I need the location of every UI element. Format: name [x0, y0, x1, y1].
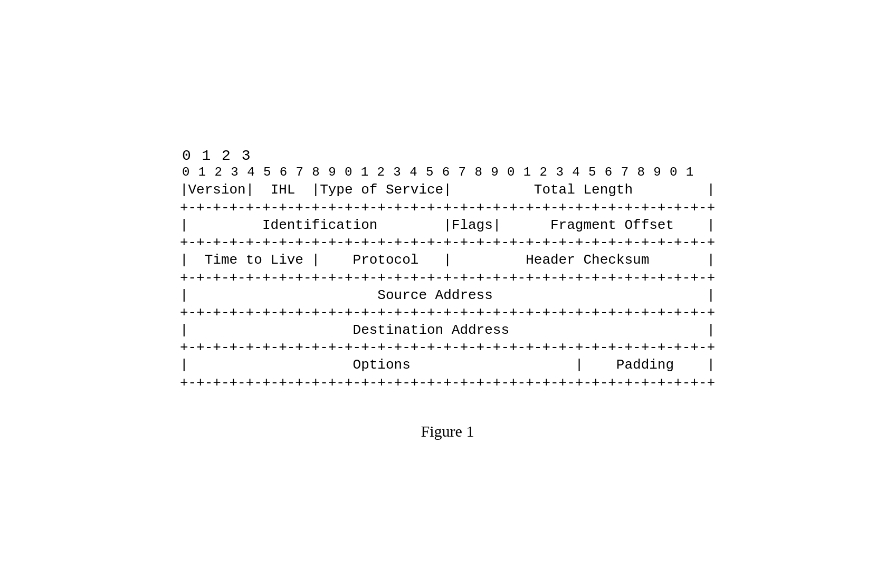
separator-line: +-+-+-+-+-+-+-+-+-+-+-+-+-+-+-+-+-+-+-+-… [180, 200, 715, 216]
field-row: | Destination Address | [180, 321, 715, 340]
figure-caption: Figure 1 [421, 422, 474, 440]
separator-line: +-+-+-+-+-+-+-+-+-+-+-+-+-+-+-+-+-+-+-+-… [180, 270, 715, 286]
separator-line: +-+-+-+-+-+-+-+-+-+-+-+-+-+-+-+-+-+-+-+-… [180, 235, 715, 250]
field-row: | Options | Padding | [180, 355, 715, 374]
separator-line: +-+-+-+-+-+-+-+-+-+-+-+-+-+-+-+-+-+-+-+-… [180, 305, 715, 321]
bit-group-labels: 0 1 2 3 [182, 148, 694, 164]
bit-header: 0 1 2 3 0 1 2 3 4 5 6 7 8 9 0 1 2 3 4 5 … [180, 148, 694, 179]
diagram-content: 0 1 2 3 0 1 2 3 4 5 6 7 8 9 0 1 2 3 4 5 … [180, 148, 715, 390]
field-row: |Version| IHL |Type of Service| Total Le… [180, 180, 715, 199]
separator-line: +-+-+-+-+-+-+-+-+-+-+-+-+-+-+-+-+-+-+-+-… [180, 375, 715, 391]
bit-number-labels: 0 1 2 3 4 5 6 7 8 9 0 1 2 3 4 5 6 7 8 9 … [182, 165, 694, 179]
diagram-rows: |Version| IHL |Type of Service| Total Le… [180, 180, 715, 390]
separator-line: +-+-+-+-+-+-+-+-+-+-+-+-+-+-+-+-+-+-+-+-… [180, 340, 715, 355]
page-container: 0 1 2 3 0 1 2 3 4 5 6 7 8 9 0 1 2 3 4 5 … [0, 116, 895, 471]
field-row: | Identification |Flags| Fragment Offset… [180, 216, 715, 235]
field-row: | Source Address | [180, 286, 715, 305]
field-row: | Time to Live | Protocol | Header Check… [180, 250, 715, 269]
